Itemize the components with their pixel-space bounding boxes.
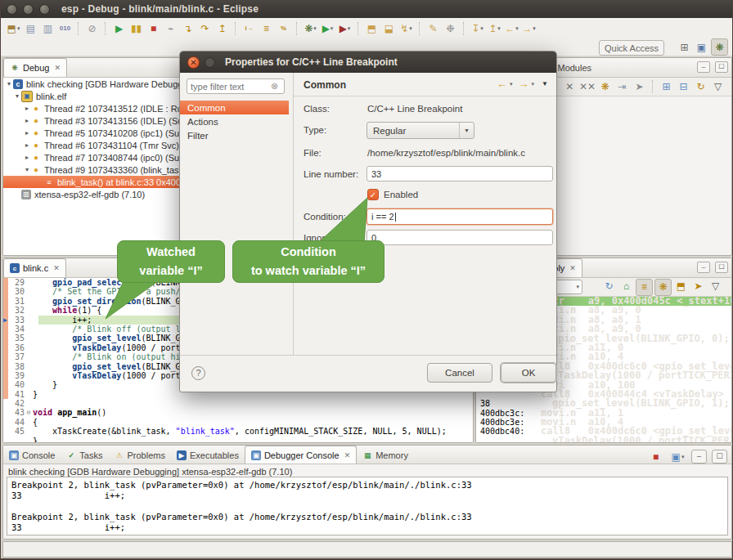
- dialog-nav-actions[interactable]: Actions: [180, 114, 289, 128]
- help-icon[interactable]: ?: [191, 366, 205, 380]
- tab-debug[interactable]: ❋ Debug ✕: [3, 58, 67, 77]
- debug-tree-item[interactable]: ▸●Thread #3 1073413156 (IDLE) (Suspended: [3, 114, 190, 127]
- editor-line[interactable]: }: [11, 437, 473, 443]
- type-dropdown[interactable]: Regular ▼: [366, 122, 474, 139]
- binary-file-icon[interactable]: 010: [57, 20, 73, 36]
- link-with-debug-view-icon[interactable]: ⇥: [614, 79, 630, 95]
- window-maximize-button[interactable]: [39, 4, 50, 15]
- dialog-close-button[interactable]: ✕: [187, 56, 200, 69]
- breakpoint-instruction-pointer-icon[interactable]: ▶: [3, 316, 11, 324]
- new-wizard-caret-icon[interactable]: ▾: [17, 25, 20, 32]
- select-pointer-icon[interactable]: ➤: [632, 79, 647, 95]
- minimize-view-icon[interactable]: –: [697, 262, 710, 273]
- tree-expander-icon[interactable]: ▸: [23, 154, 31, 161]
- forward-caret-icon[interactable]: ▾: [532, 81, 535, 87]
- tab-debug-close-icon[interactable]: ✕: [54, 64, 61, 72]
- save-icon[interactable]: ▤: [23, 20, 38, 36]
- tab-executables[interactable]: ▶Executables: [171, 446, 245, 464]
- run-caret-icon[interactable]: ▾: [331, 25, 334, 32]
- view-menu-icon[interactable]: ▽: [710, 79, 726, 95]
- open-element-icon[interactable]: ⬓: [381, 20, 397, 36]
- tab-console[interactable]: ▣Console: [3, 446, 61, 464]
- window-minimize-button[interactable]: [23, 4, 34, 15]
- fold-marker-icon[interactable]: ⊖: [25, 408, 33, 417]
- mark-occurrences-icon[interactable]: ✎: [425, 20, 441, 36]
- back-caret-icon[interactable]: ▾: [510, 81, 513, 87]
- display-selected-console-caret-icon[interactable]: ▾: [681, 454, 685, 460]
- last-edit-location-icon[interactable]: ↧▾: [470, 20, 485, 36]
- skip-all-breakpoints-icon[interactable]: ⊘: [84, 20, 100, 36]
- suspend-icon[interactable]: ▮▮: [128, 20, 144, 36]
- dialog-nav-common[interactable]: Common: [180, 101, 289, 114]
- search-icon[interactable]: ❉: [443, 20, 458, 36]
- window-close-button[interactable]: [7, 4, 17, 15]
- debug-tree-item[interactable]: ▸●Thread #7 1073408744 (ipc0) (Suspended: [3, 151, 190, 164]
- tree-expander-icon[interactable]: ▾: [13, 92, 21, 100]
- display-selected-console-icon[interactable]: ▣▾: [669, 448, 686, 465]
- maximize-view-icon[interactable]: ☐: [712, 450, 727, 464]
- quick-access-button[interactable]: Quick Access: [599, 40, 664, 56]
- refresh-icon[interactable]: ↻: [601, 279, 617, 294]
- tab-disassembly-close-icon[interactable]: ✕: [569, 264, 576, 272]
- external-tools-icon[interactable]: ▶▾: [337, 20, 353, 36]
- debug-tree-item[interactable]: ≡blink_task() at blink.c:33 0x400db: [3, 176, 190, 188]
- remove-all-icon[interactable]: ✕✕: [579, 79, 596, 95]
- tab-debugger-console[interactable]: ▣Debugger Console✕: [245, 446, 357, 464]
- save-all-icon[interactable]: ▥: [40, 20, 56, 36]
- clear-filter-icon[interactable]: ⊗: [271, 81, 278, 92]
- editor-line[interactable]: 44{: [11, 418, 473, 427]
- dialog-window-button[interactable]: [205, 57, 215, 68]
- tab-blink-c[interactable]: c blink.c ✕: [3, 258, 66, 277]
- debug-tree-item[interactable]: ▥xtensa-esp32-elf-gdb (7.10): [3, 188, 190, 200]
- enabled-checkbox[interactable]: ✓: [367, 189, 379, 200]
- editor-line[interactable]: 42: [11, 399, 473, 408]
- back-caret-icon[interactable]: ▾: [515, 25, 519, 32]
- step-over-icon[interactable]: ↷: [197, 20, 213, 36]
- collapse-all-icon[interactable]: ⊟: [676, 79, 691, 95]
- forward-icon[interactable]: →▾: [521, 20, 537, 36]
- console-output[interactable]: Breakpoint 2, blink_task (pvParameter=0x…: [7, 477, 728, 535]
- sync-selection-icon[interactable]: ❋: [654, 279, 672, 296]
- tree-expander-icon[interactable]: ▸: [23, 105, 31, 112]
- disconnect-icon[interactable]: ⌁: [163, 20, 178, 36]
- debug-tree-item[interactable]: ▾●Thread #9 1073433360 (blink_task : Sus…: [3, 164, 190, 176]
- view-menu-icon[interactable]: ▽: [708, 279, 723, 294]
- tree-expander-icon[interactable]: ▾: [5, 80, 13, 87]
- resume-icon[interactable]: ▶: [111, 20, 127, 36]
- terminate-icon[interactable]: ■: [146, 20, 161, 36]
- minimize-view-icon[interactable]: –: [691, 450, 707, 464]
- debug-icon[interactable]: ❋▾: [303, 20, 318, 36]
- debug-tree-item[interactable]: ▸●Thread #5 1073410208 (ipc1) (Suspended: [3, 127, 190, 139]
- line-number-field[interactable]: 33: [366, 166, 553, 181]
- remove-selected-icon[interactable]: ✕: [562, 79, 578, 95]
- debug-tree-item[interactable]: ▸●Thread #6 1073431104 (Tmr Svc) (Suspen: [3, 139, 190, 151]
- dialog-titlebar[interactable]: ✕ Properties for C/C++ Line Breakpoint: [180, 52, 556, 73]
- go-to-annotation-caret-icon[interactable]: ▾: [497, 25, 501, 32]
- filter-input[interactable]: [187, 81, 271, 92]
- debug-tree-item[interactable]: ▾cblink checking [GDB Hardware Debugging…: [3, 78, 190, 90]
- external-tools-caret-icon[interactable]: ▾: [348, 25, 351, 32]
- back-icon[interactable]: ←: [497, 78, 507, 90]
- tree-expander-icon[interactable]: ▸: [23, 129, 31, 137]
- instruction-stepping-icon[interactable]: i→: [241, 20, 257, 36]
- show-debug-sources-icon[interactable]: ≡: [259, 20, 274, 36]
- build-caret-icon[interactable]: ▾: [409, 25, 412, 32]
- editor-line[interactable]: 43⊖void app_main(): [11, 408, 473, 417]
- tree-expander-icon[interactable]: ▾: [23, 166, 31, 173]
- cancel-button[interactable]: Cancel: [427, 363, 492, 383]
- debug-tree-item[interactable]: ▸●Thread #2 1073413512 (IDLE : Running): [3, 102, 190, 114]
- tab-debugger-console-close-icon[interactable]: ✕: [344, 451, 351, 459]
- tab-problems[interactable]: ⚠Problems: [108, 446, 170, 464]
- minimize-view-icon[interactable]: –: [697, 61, 710, 73]
- disassembly-line[interactable]: vTaskDelay(1000 / portTICK_PERI: [476, 437, 731, 443]
- debug-tree-item[interactable]: ▾▣blink.elf: [3, 90, 190, 102]
- open-perspective-icon[interactable]: ⊞: [677, 39, 692, 55]
- ignore-count-field[interactable]: 0: [366, 230, 553, 245]
- tab-blink-c-close-icon[interactable]: ✕: [53, 264, 60, 272]
- dialog-nav-filter[interactable]: Filter: [180, 128, 289, 142]
- condition-field[interactable]: i == 2: [366, 208, 553, 225]
- editor-line[interactable]: 45 xTaskCreate(&blink_task, "blink_task"…: [11, 427, 473, 436]
- ok-button[interactable]: OK: [501, 363, 556, 383]
- new-wizard-icon[interactable]: ⬒▾: [6, 20, 21, 36]
- debug-perspective-icon[interactable]: ❋: [711, 38, 728, 56]
